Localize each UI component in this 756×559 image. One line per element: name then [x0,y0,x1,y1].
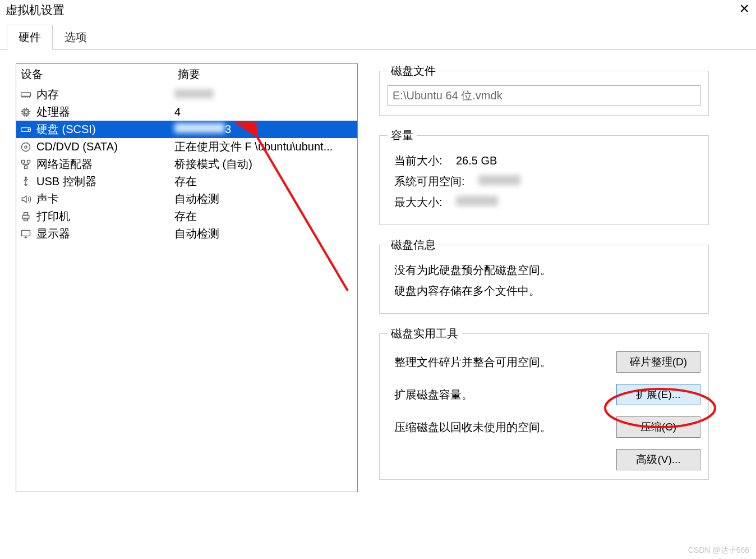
device-summary: 存在 [174,174,357,189]
disk-utilities-group: 磁盘实用工具 整理文件碎片并整合可用空间。 碎片整理(D) 扩展磁盘容量。 扩展… [379,326,709,480]
col-header-summary: 摘要 [178,67,357,82]
usb-icon [19,176,33,188]
tab-hardware[interactable]: 硬件 [7,25,53,50]
device-summary: 4 [174,106,357,118]
device-row-network[interactable]: 网络适配器 桥接模式 (自动) [16,155,357,173]
svg-rect-12 [24,212,28,215]
device-summary [174,88,357,101]
device-label: 内存 [36,87,174,102]
capacity-group: 容量 当前大小: 26.5 GB 系统可用空间: 最大大小: [379,128,709,225]
compact-desc: 压缩磁盘以回收未使用的空间。 [394,420,551,435]
max-size-value [456,196,498,209]
sound-icon [19,193,33,205]
disk-file-legend: 磁盘文件 [388,63,439,79]
disk-info-line1: 没有为此硬盘预分配磁盘空间。 [394,263,700,278]
device-summary: 3 [174,123,357,136]
svg-point-10 [25,177,27,178]
watermark: CSDN @达子666 [688,546,749,556]
svg-point-4 [28,129,29,130]
svg-rect-0 [21,92,31,96]
device-label: 处理器 [36,104,174,120]
defrag-button[interactable]: 碎片整理(D) [616,351,700,373]
col-header-device: 设备 [21,67,178,82]
display-icon [19,228,33,240]
svg-rect-9 [25,166,27,168]
cpu-icon [19,106,33,118]
disk-info-group: 磁盘信息 没有为此硬盘预分配磁盘空间。 硬盘内容存储在多个文件中。 [379,237,709,314]
device-label: 网络适配器 [36,157,174,172]
device-row-display[interactable]: 显示器 自动检测 [16,225,357,242]
device-label: 硬盘 (SCSI) [36,122,174,137]
expand-desc: 扩展磁盘容量。 [394,387,473,402]
defrag-desc: 整理文件碎片并整合可用空间。 [394,355,551,370]
device-row-sound[interactable]: 声卡 自动检测 [16,190,357,208]
disk-info-legend: 磁盘信息 [388,237,439,253]
compact-button[interactable]: 压缩(C) [616,416,700,438]
device-row-printer[interactable]: 打印机 存在 [16,208,357,225]
disk-utilities-legend: 磁盘实用工具 [388,326,462,341]
device-row-disk[interactable]: 硬盘 (SCSI) 3 [16,121,357,138]
device-label: 声卡 [36,191,174,207]
tab-options[interactable]: 选项 [53,25,99,50]
device-row-usb[interactable]: USB 控制器 存在 [16,173,357,190]
svg-rect-13 [24,218,28,221]
sys-free-value [478,175,520,188]
max-size-label: 最大大小: [394,195,456,210]
device-summary: 存在 [174,209,357,224]
disk-file-path[interactable]: E:\Ubuntu 64 位.vmdk [388,85,700,106]
device-table: 设备 摘要 内存 处理器 4 硬盘 [16,63,358,492]
svg-rect-1 [23,109,29,115]
memory-icon [19,89,33,101]
expand-button[interactable]: 扩展(E)... [616,384,700,405]
close-icon[interactable]: × [737,2,752,15]
svg-point-6 [25,145,27,148]
current-size-label: 当前大小: [394,153,456,168]
sys-free-label: 系统可用空间: [394,174,478,189]
device-label: 显示器 [36,226,174,241]
printer-icon [19,210,33,223]
device-summary: 正在使用文件 F \ubuntu\ubunt... [174,139,357,154]
device-label: USB 控制器 [36,174,174,189]
device-summary: 自动检测 [174,226,357,241]
disk-info-line2: 硬盘内容存储在多个文件中。 [394,283,700,299]
capacity-legend: 容量 [388,128,417,143]
svg-point-5 [22,143,30,151]
svg-rect-7 [22,160,25,163]
disk-icon [19,123,33,136]
device-summary: 桥接模式 (自动) [174,157,357,172]
network-icon [19,158,33,171]
svg-rect-14 [22,230,30,236]
svg-rect-8 [27,160,30,163]
current-size-value: 26.5 GB [456,154,497,167]
disk-file-group: 磁盘文件 E:\Ubuntu 64 位.vmdk [379,63,709,116]
device-row-cpu[interactable]: 处理器 4 [16,103,357,121]
device-summary: 自动检测 [174,191,357,207]
device-row-memory[interactable]: 内存 [16,86,357,103]
advanced-button[interactable]: 高级(V)... [616,449,700,470]
window-title: 虚拟机设置 [6,2,64,18]
device-row-cddvd[interactable]: CD/DVD (SATA) 正在使用文件 F \ubuntu\ubunt... [16,138,357,155]
device-label: 打印机 [36,209,174,224]
device-label: CD/DVD (SATA) [36,140,174,153]
svg-rect-2 [25,111,27,113]
cd-icon [19,141,33,153]
